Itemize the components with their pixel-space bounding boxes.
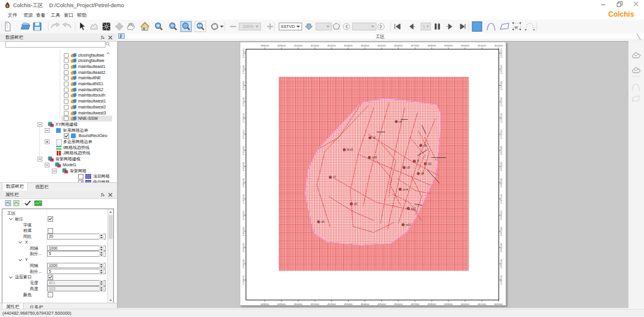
svg-text:6795000: 6795000 — [242, 64, 245, 74]
svg-text:6795000: 6795000 — [500, 64, 503, 74]
svg-text:450000: 450000 — [294, 44, 303, 47]
svg-text:N2: N2 — [428, 163, 432, 166]
svg-text:448000: 448000 — [261, 44, 270, 47]
svg-text:456000: 456000 — [394, 44, 403, 47]
svg-text:d3: d3 — [354, 203, 358, 206]
svg-text:6784000: 6784000 — [242, 243, 245, 252]
svg-text:6786000: 6786000 — [242, 210, 245, 220]
svg-text:6791000: 6791000 — [500, 129, 503, 139]
svg-text:448000: 448000 — [261, 303, 270, 306]
svg-text:d6: d6 — [423, 144, 427, 147]
svg-text:100%: 100% — [243, 24, 253, 29]
svg-text:6794000: 6794000 — [242, 80, 245, 90]
svg-text:6793000: 6793000 — [242, 97, 245, 106]
svg-text:d2: d2 — [373, 136, 376, 139]
svg-text:bf-d3: bf-d3 — [347, 148, 354, 151]
svg-text:451000: 451000 — [311, 44, 320, 47]
svg-text:452000: 452000 — [327, 44, 336, 47]
svg-text:6782000: 6782000 — [242, 275, 245, 284]
svg-text:2: 2 — [120, 34, 122, 38]
svg-text:450000: 450000 — [294, 303, 303, 306]
svg-text:6789000: 6789000 — [242, 161, 245, 171]
svg-text:d4: d4 — [399, 120, 402, 123]
svg-text:w: w — [514, 25, 518, 29]
svg-text:6783000: 6783000 — [500, 259, 503, 268]
svg-text:453000: 453000 — [344, 303, 353, 306]
svg-text:6796000: 6796000 — [500, 48, 503, 58]
svg-text:6784000: 6784000 — [500, 243, 503, 252]
svg-text:SSTVD: SSTVD — [281, 24, 295, 29]
svg-text:d-t8: d-t8 — [372, 156, 377, 159]
svg-text:d8: d8 — [321, 220, 325, 223]
svg-text:N: N — [417, 160, 419, 163]
svg-text:d7: d7 — [333, 176, 336, 179]
svg-text:w12: w12 — [411, 207, 416, 210]
svg-text:455000: 455000 — [377, 303, 386, 306]
svg-text:454000: 454000 — [361, 303, 370, 306]
svg-text:6792000: 6792000 — [242, 113, 245, 122]
svg-text:6793000: 6793000 — [500, 97, 503, 106]
svg-text:460000: 460000 — [461, 44, 470, 47]
svg-text:449000: 449000 — [277, 303, 286, 306]
svg-text:6787000: 6787000 — [500, 194, 503, 203]
svg-text:461000: 461000 — [478, 44, 487, 47]
svg-text:1: 1 — [423, 24, 425, 29]
svg-text:6785000: 6785000 — [500, 226, 503, 236]
svg-text:d9: d9 — [407, 166, 410, 169]
svg-text:457000: 457000 — [411, 44, 420, 47]
svg-text:6787000: 6787000 — [242, 194, 245, 203]
svg-text:457000: 457000 — [411, 303, 420, 306]
svg-text:6796000: 6796000 — [242, 48, 245, 58]
svg-text:458000: 458000 — [428, 303, 436, 306]
svg-text:452000: 452000 — [327, 303, 336, 306]
svg-text:6791000: 6791000 — [242, 129, 245, 139]
svg-text:451000: 451000 — [311, 303, 320, 306]
svg-text:6785000: 6785000 — [242, 226, 245, 236]
svg-text:6790000: 6790000 — [242, 145, 245, 155]
svg-text:d4: d4 — [421, 172, 425, 175]
svg-text:6794000: 6794000 — [500, 80, 503, 90]
svg-text:6789000: 6789000 — [500, 161, 503, 171]
svg-text:462000: 462000 — [494, 44, 503, 47]
svg-text:w-t4: w-t4 — [403, 188, 408, 191]
svg-text:6783000: 6783000 — [242, 259, 245, 268]
svg-text:6792000: 6792000 — [500, 113, 503, 122]
svg-text:6788000: 6788000 — [242, 178, 245, 187]
svg-text:458000: 458000 — [428, 44, 436, 47]
svg-text:455000: 455000 — [377, 44, 386, 47]
svg-text:459000: 459000 — [444, 303, 453, 306]
svg-text:460000: 460000 — [461, 303, 470, 306]
svg-text:w10: w10 — [406, 223, 411, 226]
svg-text:6782000: 6782000 — [500, 275, 503, 284]
svg-text:6788000: 6788000 — [500, 178, 503, 187]
svg-text:461000: 461000 — [478, 303, 487, 306]
svg-text:456000: 456000 — [394, 303, 403, 306]
svg-text:6786000: 6786000 — [500, 210, 503, 220]
svg-text:6790000: 6790000 — [500, 145, 503, 155]
svg-text:453000: 453000 — [344, 44, 353, 47]
svg-text:449000: 449000 — [277, 44, 286, 47]
svg-text:459000: 459000 — [444, 44, 453, 47]
svg-text:462000: 462000 — [494, 303, 503, 306]
svg-text:454000: 454000 — [361, 44, 370, 47]
